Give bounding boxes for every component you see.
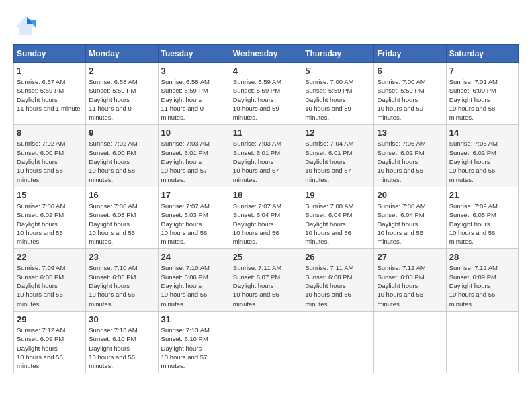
calendar-header-row: SundayMondayTuesdayWednesdayThursdayFrid…	[14, 45, 519, 63]
calendar-day-cell: 14 Sunrise: 7:05 AM Sunset: 6:02 PM Dayl…	[446, 125, 518, 187]
day-info: Sunrise: 7:11 AM Sunset: 6:07 PM Dayligh…	[233, 263, 299, 308]
day-number: 2	[89, 66, 154, 76]
calendar-table: SundayMondayTuesdayWednesdayThursdayFrid…	[13, 44, 519, 373]
calendar-day-cell: 18 Sunrise: 7:07 AM Sunset: 6:04 PM Dayl…	[230, 187, 302, 248]
calendar-day-cell: 27 Sunrise: 7:12 AM Sunset: 6:08 PM Dayl…	[374, 249, 446, 311]
day-info: Sunrise: 7:09 AM Sunset: 6:05 PM Dayligh…	[449, 201, 515, 246]
day-number: 20	[377, 190, 443, 200]
calendar-day-cell	[302, 311, 374, 373]
day-number: 25	[233, 252, 299, 262]
calendar-day-cell: 8 Sunrise: 7:02 AM Sunset: 6:00 PM Dayli…	[14, 125, 86, 187]
calendar-day-cell: 12 Sunrise: 7:04 AM Sunset: 6:01 PM Dayl…	[302, 125, 374, 187]
calendar-day-cell: 20 Sunrise: 7:08 AM Sunset: 6:04 PM Dayl…	[374, 187, 446, 248]
calendar-day-cell: 11 Sunrise: 7:03 AM Sunset: 6:01 PM Dayl…	[230, 125, 302, 187]
calendar-day-cell: 7 Sunrise: 7:01 AM Sunset: 6:00 PM Dayli…	[446, 63, 518, 125]
calendar-day-cell: 13 Sunrise: 7:05 AM Sunset: 6:02 PM Dayl…	[374, 125, 446, 187]
day-number: 26	[305, 252, 371, 262]
day-number: 30	[89, 314, 154, 324]
day-info: Sunrise: 7:00 AM Sunset: 5:59 PM Dayligh…	[377, 77, 443, 122]
calendar-day-cell: 4 Sunrise: 6:59 AM Sunset: 5:59 PM Dayli…	[230, 63, 302, 125]
calendar-day-cell: 10 Sunrise: 7:03 AM Sunset: 6:01 PM Dayl…	[158, 125, 230, 187]
day-number: 5	[305, 66, 371, 76]
day-number: 13	[377, 128, 443, 138]
day-number: 11	[233, 128, 299, 138]
day-number: 23	[89, 252, 154, 262]
calendar-day-cell	[230, 311, 302, 373]
calendar-day-cell: 21 Sunrise: 7:09 AM Sunset: 6:05 PM Dayl…	[446, 187, 518, 248]
day-number: 18	[233, 190, 299, 200]
calendar-week-row: 29 Sunrise: 7:12 AM Sunset: 6:09 PM Dayl…	[14, 311, 519, 373]
calendar-day-cell: 6 Sunrise: 7:00 AM Sunset: 5:59 PM Dayli…	[374, 63, 446, 125]
day-info: Sunrise: 7:08 AM Sunset: 6:04 PM Dayligh…	[305, 201, 371, 246]
calendar-day-cell: 22 Sunrise: 7:09 AM Sunset: 6:05 PM Dayl…	[14, 249, 86, 311]
day-number: 16	[89, 190, 154, 200]
weekday-header: Thursday	[302, 45, 374, 63]
logo	[13, 13, 40, 38]
day-number: 27	[377, 252, 443, 262]
calendar-day-cell: 30 Sunrise: 7:13 AM Sunset: 6:10 PM Dayl…	[86, 311, 158, 373]
calendar-week-row: 15 Sunrise: 7:06 AM Sunset: 6:02 PM Dayl…	[14, 187, 519, 248]
calendar-day-cell: 29 Sunrise: 7:12 AM Sunset: 6:09 PM Dayl…	[14, 311, 86, 373]
day-number: 31	[161, 314, 227, 324]
day-number: 29	[17, 314, 83, 324]
weekday-header: Sunday	[14, 45, 86, 63]
calendar-body: 1 Sunrise: 6:57 AM Sunset: 5:59 PM Dayli…	[14, 63, 519, 373]
day-number: 3	[161, 66, 227, 76]
day-info: Sunrise: 7:08 AM Sunset: 6:04 PM Dayligh…	[377, 201, 443, 246]
calendar-day-cell: 9 Sunrise: 7:02 AM Sunset: 6:00 PM Dayli…	[86, 125, 158, 187]
calendar-day-cell: 5 Sunrise: 7:00 AM Sunset: 5:59 PM Dayli…	[302, 63, 374, 125]
weekday-header: Friday	[374, 45, 446, 63]
day-number: 24	[161, 252, 227, 262]
calendar-day-cell: 26 Sunrise: 7:11 AM Sunset: 6:08 PM Dayl…	[302, 249, 374, 311]
calendar-day-cell: 25 Sunrise: 7:11 AM Sunset: 6:07 PM Dayl…	[230, 249, 302, 311]
calendar-day-cell: 24 Sunrise: 7:10 AM Sunset: 6:06 PM Dayl…	[158, 249, 230, 311]
day-info: Sunrise: 7:07 AM Sunset: 6:03 PM Dayligh…	[161, 201, 227, 246]
calendar-day-cell	[446, 311, 518, 373]
day-number: 17	[161, 190, 227, 200]
day-number: 10	[161, 128, 227, 138]
day-info: Sunrise: 7:01 AM Sunset: 6:00 PM Dayligh…	[449, 77, 515, 122]
day-info: Sunrise: 7:00 AM Sunset: 5:59 PM Dayligh…	[305, 77, 371, 122]
day-info: Sunrise: 7:07 AM Sunset: 6:04 PM Dayligh…	[233, 201, 299, 246]
calendar-day-cell: 31 Sunrise: 7:13 AM Sunset: 6:10 PM Dayl…	[158, 311, 230, 373]
calendar-day-cell: 15 Sunrise: 7:06 AM Sunset: 6:02 PM Dayl…	[14, 187, 86, 248]
day-info: Sunrise: 7:10 AM Sunset: 6:06 PM Dayligh…	[161, 263, 227, 308]
day-info: Sunrise: 7:12 AM Sunset: 6:09 PM Dayligh…	[449, 263, 515, 308]
weekday-header: Tuesday	[158, 45, 230, 63]
day-info: Sunrise: 7:10 AM Sunset: 6:06 PM Dayligh…	[89, 263, 154, 308]
calendar-day-cell: 1 Sunrise: 6:57 AM Sunset: 5:59 PM Dayli…	[14, 63, 86, 125]
day-info: Sunrise: 6:58 AM Sunset: 5:59 PM Dayligh…	[161, 77, 227, 122]
day-info: Sunrise: 7:03 AM Sunset: 6:01 PM Dayligh…	[161, 139, 227, 183]
day-number: 1	[17, 66, 83, 76]
weekday-header: Saturday	[446, 45, 518, 63]
day-number: 6	[377, 66, 443, 76]
day-number: 7	[449, 66, 515, 76]
day-info: Sunrise: 7:13 AM Sunset: 6:10 PM Dayligh…	[89, 326, 154, 370]
day-info: Sunrise: 7:06 AM Sunset: 6:03 PM Dayligh…	[89, 201, 154, 246]
calendar-week-row: 8 Sunrise: 7:02 AM Sunset: 6:00 PM Dayli…	[14, 125, 519, 187]
day-info: Sunrise: 6:57 AM Sunset: 5:59 PM Dayligh…	[17, 77, 83, 113]
calendar-day-cell: 28 Sunrise: 7:12 AM Sunset: 6:09 PM Dayl…	[446, 249, 518, 311]
calendar-day-cell	[374, 311, 446, 373]
day-info: Sunrise: 7:12 AM Sunset: 6:09 PM Dayligh…	[17, 326, 83, 370]
day-number: 14	[449, 128, 515, 138]
page-header	[13, 13, 519, 38]
calendar-day-cell: 3 Sunrise: 6:58 AM Sunset: 5:59 PM Dayli…	[158, 63, 230, 125]
logo-icon	[13, 13, 38, 38]
day-info: Sunrise: 7:05 AM Sunset: 6:02 PM Dayligh…	[449, 139, 515, 183]
day-info: Sunrise: 6:59 AM Sunset: 5:59 PM Dayligh…	[233, 77, 299, 122]
day-number: 8	[17, 128, 83, 138]
day-info: Sunrise: 7:12 AM Sunset: 6:08 PM Dayligh…	[377, 263, 443, 308]
day-info: Sunrise: 7:02 AM Sunset: 6:00 PM Dayligh…	[17, 139, 83, 183]
day-info: Sunrise: 7:13 AM Sunset: 6:10 PM Dayligh…	[161, 326, 227, 370]
day-info: Sunrise: 7:03 AM Sunset: 6:01 PM Dayligh…	[233, 139, 299, 183]
calendar-week-row: 22 Sunrise: 7:09 AM Sunset: 6:05 PM Dayl…	[14, 249, 519, 311]
day-number: 22	[17, 252, 83, 262]
day-info: Sunrise: 7:11 AM Sunset: 6:08 PM Dayligh…	[305, 263, 371, 308]
day-number: 15	[17, 190, 83, 200]
day-info: Sunrise: 7:02 AM Sunset: 6:00 PM Dayligh…	[89, 139, 154, 183]
weekday-header: Wednesday	[230, 45, 302, 63]
svg-marker-0	[16, 16, 35, 35]
calendar-day-cell: 16 Sunrise: 7:06 AM Sunset: 6:03 PM Dayl…	[86, 187, 158, 248]
day-info: Sunrise: 7:09 AM Sunset: 6:05 PM Dayligh…	[17, 263, 83, 308]
